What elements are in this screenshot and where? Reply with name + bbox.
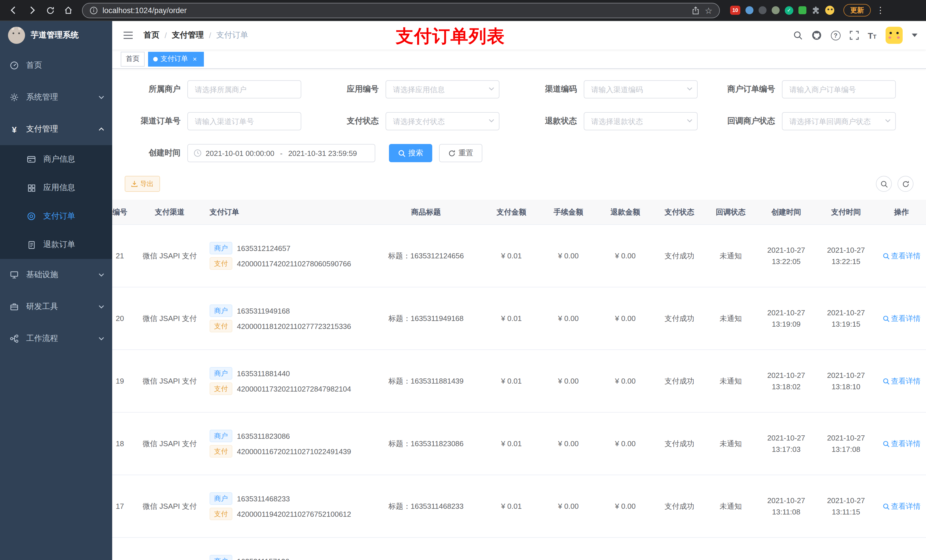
sidebar-item-refund-order[interactable]: 退款订单 <box>0 231 112 259</box>
sidebar: 芋道管理系统 首页 系统管理 <box>0 21 112 560</box>
sidebar-item-infra[interactable]: 基础设施 <box>0 259 112 291</box>
filter-label: 创建时间 <box>120 148 188 158</box>
cell-title: 标题：1635312124656 <box>369 251 483 261</box>
address-bar[interactable]: localhost:1024/pay/order ☆ <box>82 3 720 18</box>
extension-badge-icon[interactable]: 10 <box>730 6 740 15</box>
chevron-down-icon <box>98 337 104 340</box>
yen-icon: ¥ <box>9 125 20 133</box>
browser-update-button[interactable]: 更新 <box>843 4 871 17</box>
cell-id: 19 <box>112 377 136 385</box>
app-logo[interactable]: 芋道管理系统 <box>0 21 112 50</box>
font-size-icon[interactable]: TT <box>868 31 876 39</box>
table-row: 19 微信 JSAPI 支付 商户 1635311881440 支付 42000… <box>112 350 926 413</box>
cell-notify-status: 未通知 <box>705 251 756 261</box>
reset-button[interactable]: 重置 <box>439 144 483 162</box>
merchant-order-no-input[interactable] <box>782 80 896 98</box>
back-icon[interactable] <box>6 2 22 18</box>
sidebar-item-payment[interactable]: ¥ 支付管理 <box>0 113 112 145</box>
sidebar-item-home[interactable]: 首页 <box>0 50 112 82</box>
channel-code-select[interactable] <box>584 80 698 98</box>
url-text[interactable]: localhost:1024/pay/order <box>103 6 687 15</box>
extensions-cluster: 10 ✓ <box>730 6 834 15</box>
refund-status-select[interactable] <box>584 112 698 130</box>
info-icon[interactable] <box>89 6 98 15</box>
toggle-search-button[interactable] <box>876 176 892 192</box>
pay-tag: 支付 <box>210 508 232 520</box>
pay-status-select[interactable] <box>386 112 499 130</box>
sidebar-item-app-info[interactable]: 应用信息 <box>0 174 112 202</box>
github-icon[interactable] <box>811 30 822 41</box>
share-icon[interactable] <box>691 6 699 15</box>
date-start-value: 2021-10-01 00:00:00 <box>206 149 274 157</box>
pay-order-no: 4200001173202110272847982104 <box>237 385 351 393</box>
chevron-down-icon[interactable] <box>912 33 917 37</box>
export-button[interactable]: 导出 <box>125 176 160 192</box>
sidebar-item-devtools[interactable]: 研发工具 <box>0 291 112 323</box>
sidebar-item-workflow[interactable]: 工作流程 <box>0 323 112 355</box>
sidebar-item-system[interactable]: 系统管理 <box>0 82 112 113</box>
view-detail-link[interactable]: 查看详情 <box>882 501 921 511</box>
sidebar-item-label: 商户信息 <box>43 154 75 165</box>
created-time: 13:17:03 <box>758 444 814 455</box>
search-icon[interactable] <box>793 31 802 40</box>
cell-paid-time: 2021-10-27 13:22:15 <box>816 245 876 267</box>
extension-olive-icon[interactable] <box>772 6 780 14</box>
paid-time: 13:19:15 <box>819 318 874 330</box>
cell-pay-order: 商户 1635311823086 支付 42000011672021102710… <box>204 427 369 460</box>
sidebar-toggle-icon[interactable] <box>121 29 136 42</box>
view-detail-link[interactable]: 查看详情 <box>882 251 921 261</box>
column-header: 商品标题 <box>369 207 483 217</box>
filter-label: 应用编号 <box>318 84 386 95</box>
channel-order-no-input[interactable] <box>188 112 301 130</box>
cell-created-time: 2021-10-27 13:19:09 <box>756 307 816 330</box>
toolbox-icon <box>9 302 20 311</box>
extension-dark-icon[interactable] <box>758 6 767 14</box>
notify-status-select[interactable] <box>782 112 896 130</box>
cell-refund: ¥ 0.00 <box>597 377 654 385</box>
view-detail-link[interactable]: 查看详情 <box>882 376 921 386</box>
search-button[interactable]: 搜索 <box>389 144 432 162</box>
tab-pay-order[interactable]: 支付订单 × <box>148 51 204 66</box>
extension-check-icon[interactable]: ✓ <box>785 6 793 15</box>
fullscreen-icon[interactable] <box>849 31 858 40</box>
bookmark-star-icon[interactable]: ☆ <box>705 6 713 15</box>
cell-channel: 微信 JSAPI 支付 <box>136 376 204 386</box>
sidebar-item-pay-order[interactable]: 支付订单 <box>0 202 112 231</box>
filter-label: 所属商户 <box>120 84 188 95</box>
app-no-select[interactable] <box>386 80 499 98</box>
close-icon[interactable]: × <box>191 55 199 63</box>
breadcrumb-separator: / <box>209 31 211 40</box>
search-button-label: 搜索 <box>409 148 423 158</box>
view-detail-link[interactable]: 查看详情 <box>882 438 921 449</box>
breadcrumb-item[interactable]: 支付管理 <box>172 30 204 41</box>
sidebar-item-label: 支付管理 <box>26 124 58 134</box>
extension-green-icon[interactable] <box>799 6 806 14</box>
breadcrumb-item[interactable]: 首页 <box>144 30 159 41</box>
home-icon[interactable] <box>61 2 76 18</box>
extension-face-icon[interactable] <box>825 6 834 15</box>
cell-created-time: 2021-10-27 13:18:02 <box>756 370 816 392</box>
help-icon[interactable]: ? <box>831 30 840 40</box>
merchant-select[interactable] <box>188 80 301 98</box>
refresh-table-button[interactable] <box>897 176 914 192</box>
search-icon <box>398 149 406 157</box>
tab-label: 首页 <box>126 54 139 64</box>
filter-label: 渠道订单号 <box>120 116 188 126</box>
search-icon <box>882 503 889 510</box>
chevron-down-icon <box>98 305 104 308</box>
extension-drop-icon[interactable] <box>746 6 754 14</box>
view-detail-link[interactable]: 查看详情 <box>882 313 921 323</box>
extensions-puzzle-icon[interactable] <box>811 6 820 15</box>
merchant-tag: 商户 <box>210 367 232 380</box>
tab-home[interactable]: 首页 <box>121 51 145 66</box>
date-range-input[interactable]: 2021-10-01 00:00:00 - 2021-10-31 23:59:5… <box>188 144 375 162</box>
browser-menu-icon[interactable]: ⋮ <box>875 5 885 15</box>
forward-icon[interactable] <box>24 2 40 18</box>
cell-created-time: 2021-10-27 13:11:08 <box>756 495 816 518</box>
sidebar-item-merchant-info[interactable]: 商户信息 <box>0 145 112 174</box>
reload-icon[interactable] <box>42 2 58 18</box>
refresh-icon <box>448 149 455 157</box>
user-avatar[interactable] <box>885 27 903 44</box>
annotation-title: 支付订单列表 <box>396 24 505 48</box>
merchant-tag: 商户 <box>210 430 232 442</box>
